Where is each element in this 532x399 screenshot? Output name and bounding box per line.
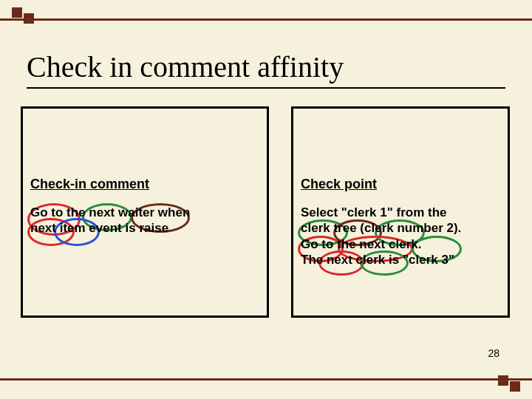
page-number: 28 (488, 347, 499, 359)
panel-heading: Check point (301, 177, 377, 192)
deco-line (0, 18, 532, 21)
panel-body: Go to the next waiter when next item eve… (30, 205, 259, 236)
deco-square (510, 381, 520, 392)
panel-checkin-comment: Check-in comment Go to the next waiter w… (21, 106, 269, 318)
deco-line (0, 378, 532, 381)
title-underline (27, 87, 505, 89)
deco-square (498, 375, 508, 386)
panel-check-point: Check point Select "clerk 1" from the cl… (291, 106, 510, 318)
slide-title: Check in comment affinity (27, 52, 344, 83)
deco-square (12, 7, 22, 18)
panel-heading: Check-in comment (30, 177, 149, 192)
panel-body: Select "clerk 1" from the clerk tree (cl… (301, 205, 500, 267)
